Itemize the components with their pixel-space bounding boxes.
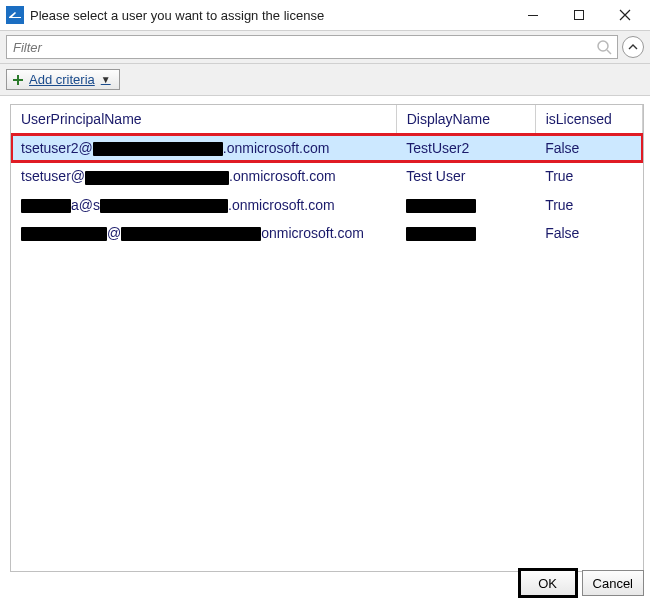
minimize-button[interactable] [510,0,556,30]
col-header-displayname[interactable]: DisplayName [396,105,535,134]
cell-islicensed: False [535,134,642,163]
user-table: UserPrincipalName DisplayName isLicensed… [11,105,643,247]
redaction [85,171,229,185]
cell-upn: @onmicrosoft.com [11,219,396,247]
redaction [406,227,476,241]
filter-row [0,30,650,64]
maximize-button[interactable] [556,0,602,30]
redaction [21,227,107,241]
cell-islicensed: True [535,191,642,219]
svg-line-3 [607,50,611,54]
redaction [21,199,71,213]
expand-toggle[interactable] [622,36,644,58]
cell-displayname: TestUser2 [396,134,535,163]
svg-point-2 [598,41,608,51]
table-header-row: UserPrincipalName DisplayName isLicensed [11,105,643,134]
svg-rect-1 [575,11,584,20]
chevron-up-icon [628,42,638,52]
close-button[interactable] [602,0,648,30]
add-criteria-button[interactable]: Add criteria ▼ [6,69,120,90]
plus-icon [11,73,25,87]
titlebar: Please select a user you want to assign … [0,0,650,30]
cell-islicensed: True [535,162,642,190]
table-row[interactable]: a@s.onmicrosoft.comTrue [11,191,643,219]
cancel-button[interactable]: Cancel [582,570,644,596]
cell-upn: tsetuser@.onmicrosoft.com [11,162,396,190]
cell-displayname [396,219,535,247]
redaction [93,142,223,156]
cell-islicensed: False [535,219,642,247]
add-criteria-label: Add criteria [29,72,95,87]
svg-rect-0 [528,15,538,16]
filter-input-wrap [6,35,618,59]
filter-input[interactable] [7,36,617,58]
redaction [406,199,476,213]
redaction [100,199,228,213]
ok-button[interactable]: OK [520,570,576,596]
cell-upn: a@s.onmicrosoft.com [11,191,396,219]
cell-displayname [396,191,535,219]
redaction [121,227,261,241]
search-icon[interactable] [595,38,613,56]
titlebar-left: Please select a user you want to assign … [6,6,324,24]
window-controls [510,0,648,30]
app-icon [6,6,24,24]
grid[interactable]: UserPrincipalName DisplayName isLicensed… [10,104,644,572]
chevron-down-icon: ▼ [101,74,111,85]
window-title: Please select a user you want to assign … [30,8,324,23]
cell-upn: tsetuser2@.onmicrosoft.com [11,134,396,163]
table-row[interactable]: @onmicrosoft.comFalse [11,219,643,247]
table-row[interactable]: tsetuser2@.onmicrosoft.comTestUser2False [11,134,643,163]
col-header-upn[interactable]: UserPrincipalName [11,105,396,134]
criteria-row: Add criteria ▼ [0,64,650,96]
table-row[interactable]: tsetuser@.onmicrosoft.comTest UserTrue [11,162,643,190]
col-header-islicensed[interactable]: isLicensed [535,105,642,134]
footer: OK Cancel [520,570,644,596]
cell-displayname: Test User [396,162,535,190]
